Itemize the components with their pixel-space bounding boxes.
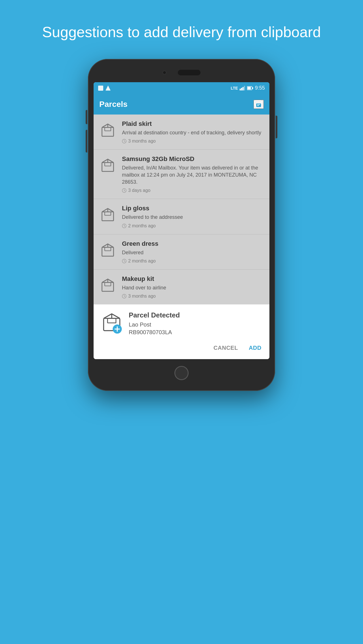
add-parcel-icon (100, 311, 123, 334)
svg-rect-17 (102, 162, 114, 171)
status-bar-right: LTE 9:55 (231, 85, 265, 91)
parcel-info: Lip gloss Delivered to the addressee 2 m… (122, 205, 264, 228)
parcel-info: Makeup kit Hand over to airline 3 months… (122, 275, 264, 299)
parcel-list: Plaid skirt Arrival at destination count… (94, 115, 269, 304)
sim-icon (98, 86, 103, 91)
add-button[interactable]: ADD (248, 342, 263, 353)
phone-screen: LTE 9:55 Parcels (94, 82, 269, 359)
front-camera (162, 71, 166, 75)
parcel-icon (99, 156, 116, 173)
svg-line-40 (124, 296, 125, 297)
svg-rect-37 (105, 282, 111, 286)
parcel-info: Plaid skirt Arrival at destination count… (122, 120, 264, 144)
svg-line-28 (124, 226, 125, 226)
svg-rect-13 (105, 127, 111, 131)
parcel-detected-dialog: Parcel Detected Lao Post RB900780703LA C… (94, 304, 269, 359)
parcel-icon (99, 241, 116, 258)
svg-rect-3 (244, 86, 245, 90)
svg-rect-11 (102, 127, 114, 136)
parcel-info: Green dress Delivered 2 months ago (122, 240, 264, 264)
dialog-actions: CANCEL ADD (100, 341, 263, 353)
list-item[interactable]: Plaid skirt Arrival at destination count… (94, 115, 269, 150)
status-bar-left (98, 86, 111, 91)
parcel-name: Lip gloss (122, 205, 264, 212)
phone-bottom-bezel (94, 364, 269, 382)
parcel-name: Makeup kit (122, 275, 264, 283)
parcel-time: 2 months ago (122, 223, 264, 228)
parcel-status: Arrival at destination country - end of … (122, 129, 264, 136)
svg-rect-35 (102, 282, 114, 291)
parcel-time: 3 months ago (122, 294, 264, 299)
dialog-carrier: Lao Post (129, 321, 263, 328)
page-title: Suggestions to add delivery from clipboa… (20, 23, 344, 42)
list-item[interactable]: Lip gloss Delivered to the addressee 2 m… (94, 199, 269, 234)
battery-icon (247, 86, 253, 90)
svg-rect-0 (240, 89, 241, 90)
app-toolbar: Parcels (94, 94, 269, 115)
power-button (276, 116, 277, 138)
parcel-icon (99, 276, 116, 293)
list-item[interactable]: Makeup kit Hand over to airline 3 months… (94, 270, 269, 304)
list-item[interactable]: Green dress Delivered 2 months ago (94, 234, 269, 270)
parcel-status: Hand over to airline (122, 284, 264, 291)
svg-line-34 (124, 261, 125, 262)
status-bar: LTE 9:55 (94, 82, 269, 94)
svg-rect-29 (102, 247, 114, 256)
volume-down-button (86, 130, 87, 152)
svg-rect-6 (247, 87, 251, 89)
parcel-name: Samsung 32Gb MicroSD (122, 155, 264, 163)
dialog-tracking-number: RB900780703LA (129, 329, 263, 336)
svg-rect-5 (252, 87, 253, 89)
parcel-name: Green dress (122, 240, 264, 247)
phone-top-bezel (94, 67, 269, 78)
list-item[interactable]: Samsung 32Gb MicroSD Delivered, In/At Ma… (94, 150, 269, 199)
phone-mockup: LTE 9:55 Parcels (88, 59, 275, 391)
parcel-status: Delivered (122, 249, 264, 256)
app-title: Parcels (99, 100, 128, 109)
svg-rect-23 (102, 212, 114, 221)
svg-rect-25 (105, 212, 111, 215)
svg-line-16 (124, 141, 125, 142)
parcel-icon (99, 121, 116, 138)
svg-rect-31 (105, 247, 111, 251)
parcel-info: Samsung 32Gb MicroSD Delivered, In/At Ma… (122, 155, 264, 193)
parcel-name: Plaid skirt (122, 120, 264, 128)
svg-rect-19 (105, 162, 111, 166)
parcel-time: 3 months ago (122, 139, 264, 144)
parcel-icon (99, 206, 116, 223)
time-display: 9:55 (255, 85, 265, 91)
parcel-status: Delivered to the addressee (122, 214, 264, 221)
android-icon (105, 86, 111, 91)
svg-rect-1 (241, 88, 242, 90)
cancel-button[interactable]: CANCEL (212, 342, 239, 353)
lte-label: LTE (231, 86, 238, 90)
volume-up-button (86, 110, 87, 124)
home-button[interactable] (174, 366, 189, 380)
dialog-content: Parcel Detected Lao Post RB900780703LA (100, 311, 263, 336)
parcel-time: 3 days ago (122, 188, 264, 193)
signal-bars-icon (240, 86, 245, 90)
parcel-status: Delivered, In/At Mailbox. Your item was … (122, 164, 264, 186)
dialog-title: Parcel Detected (129, 311, 263, 319)
svg-line-22 (124, 190, 125, 191)
parcel-time: 2 months ago (122, 259, 264, 264)
dialog-text: Parcel Detected Lao Post RB900780703LA (129, 311, 263, 336)
speaker-grille (178, 70, 201, 75)
svg-rect-43 (107, 318, 116, 323)
svg-rect-2 (242, 87, 244, 90)
feedback-button[interactable] (254, 100, 264, 109)
